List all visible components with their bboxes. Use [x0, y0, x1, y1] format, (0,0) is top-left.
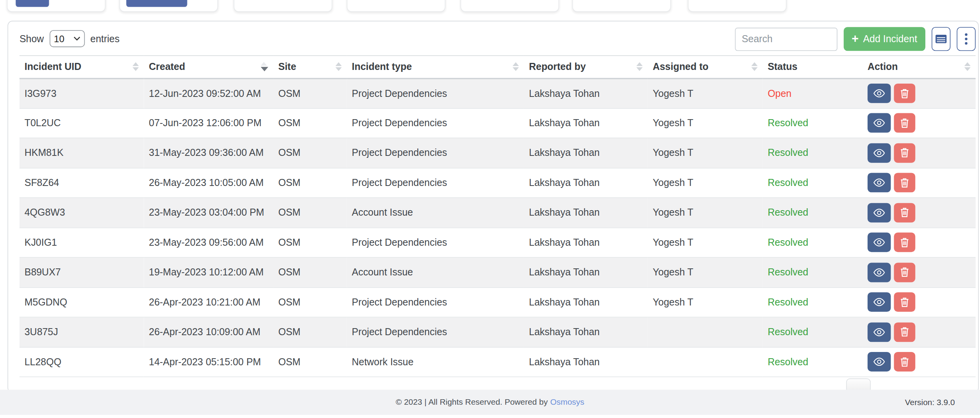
incident-row: T0L2UC07-Jun-2023 12:06:00 PMOSMProject …	[20, 108, 976, 138]
col-header-incident-type[interactable]: Incident type	[347, 55, 524, 78]
delete-incident-button[interactable]	[894, 173, 916, 193]
cell-incident-uid: M5GDNQ	[20, 287, 144, 317]
trash-icon	[900, 357, 909, 367]
add-incident-button[interactable]: + Add Incident	[843, 27, 925, 51]
page-length-control: Show 10 entries	[20, 30, 119, 47]
sort-icon	[636, 63, 643, 71]
cell-status: Resolved	[763, 317, 862, 347]
version-text: Version: 3.9.0	[905, 397, 955, 407]
osmosys-link[interactable]: Osmosys	[550, 397, 584, 407]
cell-incident-uid: 3U875J	[20, 317, 144, 347]
incident-row: KJ0IG123-May-2023 09:56:00 AMOSMProject …	[20, 227, 976, 257]
page-length-select[interactable]: 10	[50, 30, 85, 47]
trash-icon	[900, 178, 909, 188]
summary-card[interactable]	[572, 0, 671, 12]
delete-incident-button[interactable]	[894, 203, 916, 222]
cell-incident-type: Account Issue	[347, 198, 524, 227]
cell-status: Resolved	[763, 168, 862, 198]
summary-card[interactable]	[234, 0, 333, 12]
cell-action	[862, 257, 976, 287]
plus-icon: +	[852, 32, 859, 45]
delete-incident-button[interactable]	[894, 352, 916, 372]
col-header-status[interactable]: Status	[763, 55, 862, 78]
footer: © 2023 | All Rights Reserved. Powered by…	[0, 389, 980, 415]
column-visibility-button[interactable]	[932, 27, 950, 51]
col-header-incident-uid[interactable]: Incident UID	[20, 55, 144, 78]
incidents-table-wrapper: Incident UID Created Site Incident type …	[20, 55, 975, 377]
cell-created: 23-May-2023 03:04:00 PM	[144, 198, 273, 227]
col-header-site[interactable]: Site	[273, 55, 347, 78]
eye-icon	[873, 208, 885, 217]
view-incident-button[interactable]	[868, 233, 891, 252]
incident-row: 3U875J26-Apr-2023 10:09:00 AMOSMProject …	[20, 317, 976, 347]
cell-incident-uid: B89UX7	[20, 257, 144, 287]
sort-icon	[964, 63, 971, 71]
delete-incident-button[interactable]	[894, 84, 916, 103]
summary-card[interactable]	[7, 0, 106, 12]
trash-icon	[900, 118, 909, 128]
eye-icon	[873, 327, 885, 337]
view-incident-button[interactable]	[868, 322, 891, 342]
sort-icon	[513, 63, 519, 71]
sort-icon	[751, 63, 757, 71]
cell-reported-by: Lakshaya Tohan	[524, 257, 648, 287]
delete-incident-button[interactable]	[894, 233, 916, 252]
cell-incident-type: Network Issue	[347, 347, 524, 377]
cell-site: OSM	[273, 317, 347, 347]
view-incident-button[interactable]	[868, 293, 891, 312]
cell-action	[862, 198, 976, 227]
delete-incident-button[interactable]	[894, 113, 916, 133]
view-incident-button[interactable]	[868, 143, 891, 163]
cell-incident-uid: LL28QQ	[20, 347, 144, 377]
cell-reported-by: Lakshaya Tohan	[524, 287, 648, 317]
cell-assigned-to: Yogesh T	[648, 78, 763, 108]
cell-status: Resolved	[763, 347, 862, 377]
incidents-panel: Show 10 entries + Add Incident	[7, 21, 978, 393]
incidents-table: Incident UID Created Site Incident type …	[20, 55, 976, 377]
incident-row: I3G97312-Jun-2023 09:52:00 AMOSMProject …	[20, 78, 976, 108]
view-incident-button[interactable]	[868, 263, 891, 282]
col-header-reported-by[interactable]: Reported by	[524, 55, 648, 78]
view-incident-button[interactable]	[868, 173, 891, 193]
summary-card[interactable]	[119, 0, 218, 12]
summary-card[interactable]	[688, 0, 787, 12]
eye-icon	[873, 178, 885, 188]
search-input[interactable]	[735, 27, 837, 51]
cell-reported-by: Lakshaya Tohan	[524, 347, 648, 377]
trash-icon	[900, 207, 909, 218]
cell-created: 31-May-2023 09:36:00 AM	[144, 138, 273, 168]
cell-incident-type: Account Issue	[347, 257, 524, 287]
view-incident-button[interactable]	[868, 113, 891, 133]
cell-action	[862, 168, 976, 198]
cell-created: 12-Jun-2023 09:52:00 AM	[144, 78, 273, 108]
incident-row: 4QG8W323-May-2023 03:04:00 PMOSMAccount …	[20, 198, 976, 227]
delete-incident-button[interactable]	[894, 322, 916, 342]
col-header-action[interactable]: Action	[862, 55, 976, 78]
view-incident-button[interactable]	[868, 203, 891, 222]
view-incident-button[interactable]	[868, 352, 891, 372]
cell-created: 26-May-2023 10:05:00 AM	[144, 168, 273, 198]
cell-assigned-to: Yogesh T	[648, 227, 763, 257]
sort-icon	[335, 63, 342, 71]
col-header-created[interactable]: Created	[144, 55, 273, 78]
incident-row: LL28QQ14-Apr-2023 05:15:00 PMOSMNetwork …	[20, 347, 976, 377]
cell-action	[862, 138, 976, 168]
delete-incident-button[interactable]	[894, 263, 916, 282]
toolbar-actions: + Add Incident	[735, 27, 976, 51]
view-incident-button[interactable]	[868, 84, 891, 103]
cell-created: 26-Apr-2023 10:09:00 AM	[144, 317, 273, 347]
cell-created: 19-May-2023 10:12:00 AM	[144, 257, 273, 287]
delete-incident-button[interactable]	[894, 143, 916, 163]
col-header-assigned-to[interactable]: Assigned to	[648, 55, 763, 78]
summary-card[interactable]	[460, 0, 559, 12]
cell-site: OSM	[273, 287, 347, 317]
show-label: Show	[20, 33, 44, 44]
page: Show 10 entries + Add Incident	[0, 0, 980, 418]
delete-incident-button[interactable]	[894, 293, 916, 312]
copyright-text: © 2023 | All Rights Reserved. Powered by	[396, 397, 547, 407]
summary-card[interactable]	[347, 0, 445, 12]
cell-created: 14-Apr-2023 05:15:00 PM	[144, 347, 273, 377]
cell-reported-by: Lakshaya Tohan	[524, 198, 648, 227]
cell-assigned-to: Yogesh T	[648, 138, 763, 168]
more-options-button[interactable]	[957, 27, 975, 51]
